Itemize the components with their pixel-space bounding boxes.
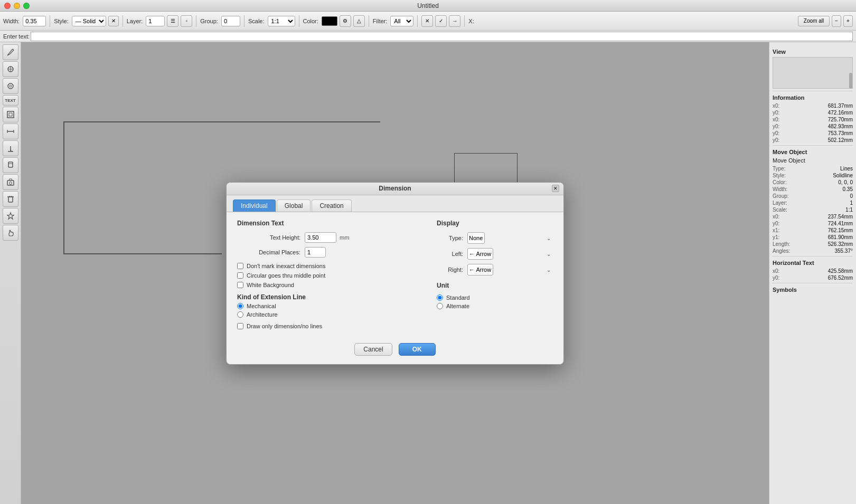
- width-input[interactable]: [23, 16, 46, 26]
- zoom-plus-button[interactable]: +: [843, 15, 853, 27]
- pen-tool[interactable]: [3, 44, 18, 60]
- layer-list-button[interactable]: ☰: [167, 15, 178, 27]
- select-tool[interactable]: [3, 107, 18, 122]
- panel-horiz-x0: x0: 425.58mm: [773, 268, 853, 274]
- kind-ext-section: Kind of Extension Line Mechanical Archit…: [237, 293, 421, 318]
- panel-y0: y0: 724.41mm: [773, 221, 853, 226]
- alternate-radio[interactable]: [437, 303, 443, 309]
- standard-radio[interactable]: [437, 294, 443, 301]
- right-row: Right: ← Arrow: [437, 264, 553, 275]
- tab-individual[interactable]: Individual: [233, 199, 276, 212]
- panel-color-value: 0, 0, 0: [838, 179, 853, 185]
- close-button[interactable]: [4, 3, 11, 9]
- modal-overlay: Dimension ✕ Individual Global Creation D…: [21, 42, 769, 504]
- dimension-tool[interactable]: [3, 123, 18, 139]
- dont-mark-checkbox[interactable]: [237, 263, 243, 269]
- filter-select[interactable]: All: [390, 16, 413, 26]
- maximize-button[interactable]: [23, 3, 30, 9]
- circle-tool[interactable]: [3, 61, 18, 77]
- ok-button[interactable]: OK: [399, 343, 436, 356]
- view-area: [773, 57, 853, 89]
- type-select[interactable]: None: [467, 232, 485, 244]
- text-tool[interactable]: TEXT: [3, 95, 18, 106]
- panel-style-label: Style:: [773, 173, 786, 178]
- horiz-text-title: Horizontal Text: [773, 260, 853, 266]
- layer-input[interactable]: [146, 16, 165, 26]
- circular-label: Circular goes thru middle point: [247, 272, 325, 279]
- circular-checkbox[interactable]: [237, 272, 243, 279]
- layer-settings-button[interactable]: ◦: [181, 15, 192, 27]
- trash-tool[interactable]: [3, 191, 18, 207]
- checkboxes-area: Don't mark inexact dimensions Circular g…: [237, 263, 421, 288]
- info-section-title: Information: [773, 94, 853, 101]
- filter-check-button[interactable]: ✓: [435, 15, 447, 27]
- cancel-button[interactable]: Cancel: [354, 343, 392, 356]
- mechanical-label: Mechanical: [247, 303, 276, 309]
- filter-arrow-button[interactable]: →: [449, 15, 460, 27]
- right-select[interactable]: ← Arrow: [467, 264, 493, 275]
- enter-text-input[interactable]: [31, 32, 853, 41]
- filter-x-button[interactable]: ✕: [421, 15, 433, 27]
- unit-section-title: Unit: [437, 282, 553, 289]
- spiral-tool[interactable]: [3, 78, 18, 94]
- panel-x0: x0: 237.54mm: [773, 214, 853, 220]
- color-settings-button[interactable]: ⚙: [340, 15, 351, 27]
- text-height-input[interactable]: [305, 232, 336, 243]
- info-x0-2-label: x0:: [773, 117, 779, 122]
- dimension-dialog: Dimension ✕ Individual Global Creation D…: [226, 182, 564, 365]
- tab-global[interactable]: Global: [277, 199, 311, 212]
- right-select-wrapper: ← Arrow: [467, 264, 553, 275]
- style-x-button[interactable]: ✕: [108, 16, 119, 26]
- hand-tool[interactable]: [3, 225, 18, 241]
- color-extra-button[interactable]: △: [353, 15, 365, 27]
- panel-layer-label: Layer:: [773, 200, 787, 206]
- info-y0-1-value: 472.16mm: [828, 110, 853, 116]
- panel-length: Length: 526.32mm: [773, 241, 853, 247]
- panel-scale-label: Scale:: [773, 207, 787, 213]
- panel-type-label: Type:: [773, 166, 785, 172]
- architecture-radio[interactable]: [237, 311, 243, 318]
- left-toolbar: TEXT: [0, 42, 21, 504]
- view-scrollbar[interactable]: [849, 73, 852, 89]
- separator-2: [123, 15, 123, 27]
- separator-4: [244, 15, 244, 27]
- color-swatch[interactable]: [322, 16, 337, 26]
- panel-y0-label: y0:: [773, 221, 779, 226]
- separator-6: [369, 15, 369, 27]
- text-tool-label: TEXT: [5, 98, 15, 103]
- mechanical-radio[interactable]: [237, 303, 243, 309]
- draw-only-label: Draw only dimension/no lines: [247, 323, 322, 329]
- style-label: Style:: [54, 18, 69, 24]
- left-select[interactable]: ← Arrow: [467, 248, 493, 260]
- bucket-tool[interactable]: [3, 157, 18, 173]
- canvas-area[interactable]: Dimension ✕ Individual Global Creation D…: [21, 42, 769, 504]
- tab-creation[interactable]: Creation: [312, 199, 351, 212]
- zoom-all-button[interactable]: Zoom all: [798, 16, 830, 26]
- unit-section: Unit Standard Alternate: [437, 282, 553, 309]
- dont-mark-label: Don't mark inexact dimensions: [247, 263, 325, 269]
- white-bg-checkbox[interactable]: [237, 282, 243, 288]
- dim-text-section-title: Dimension Text: [237, 220, 421, 227]
- dialog-close-button[interactable]: ✕: [552, 185, 559, 192]
- star-tool[interactable]: [3, 208, 18, 224]
- panel-divider-4: [773, 283, 853, 283]
- type-row: Type: None: [437, 232, 553, 244]
- style-select[interactable]: — Solid: [72, 16, 106, 26]
- info-y0-3-label: y0:: [773, 130, 779, 136]
- panel-scale: Scale: 1:1: [773, 207, 853, 213]
- camera-tool[interactable]: [3, 174, 18, 190]
- move-obj-subtitle: Move Object: [773, 157, 853, 164]
- panel-type: Type: Lines: [773, 166, 853, 172]
- draw-only-checkbox[interactable]: [237, 323, 243, 329]
- panel-type-value: Lines: [840, 166, 853, 172]
- dialog-right-column: Display Type: None Left:: [437, 220, 553, 332]
- main-layout: TEXT: [0, 42, 856, 504]
- svg-rect-6: [7, 111, 14, 118]
- decimal-places-input[interactable]: [305, 247, 326, 258]
- minimize-button[interactable]: [14, 3, 20, 9]
- standard-label: Standard: [446, 294, 470, 301]
- angle-tool[interactable]: [3, 140, 18, 156]
- group-input[interactable]: [221, 16, 240, 26]
- scale-select[interactable]: 1:1: [268, 16, 295, 26]
- zoom-minus-button[interactable]: −: [832, 15, 841, 27]
